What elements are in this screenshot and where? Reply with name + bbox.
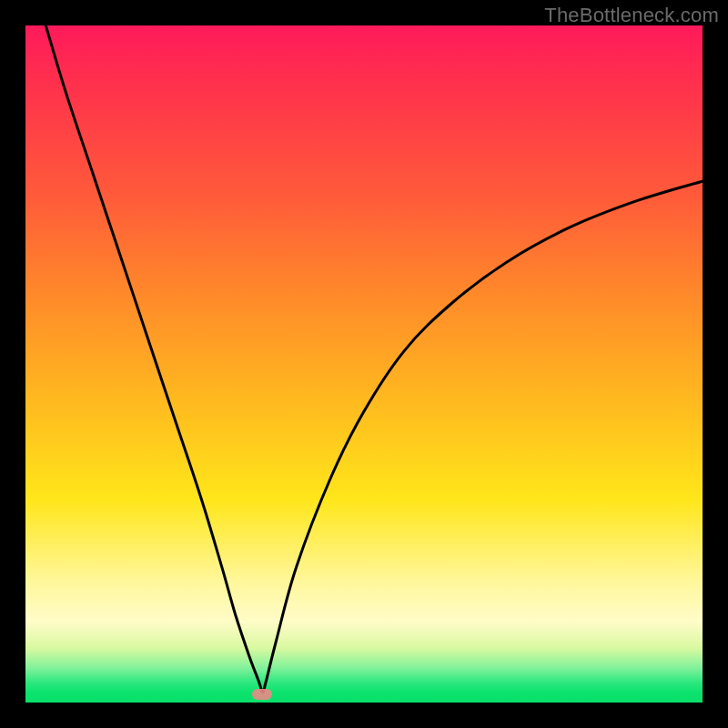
min-marker xyxy=(252,689,272,700)
plot-area xyxy=(25,25,703,703)
curve-svg xyxy=(25,25,703,703)
bottleneck-curve xyxy=(46,25,703,693)
chart-frame: TheBottleneck.com xyxy=(0,0,728,728)
watermark-text: TheBottleneck.com xyxy=(544,4,719,27)
